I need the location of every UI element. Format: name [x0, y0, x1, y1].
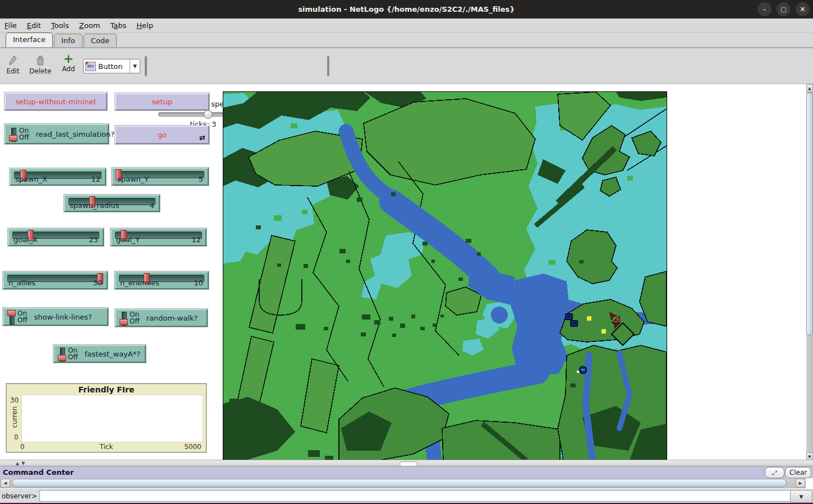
tab-bar: Interface Info Code — [0, 33, 813, 48]
chevron-down-icon[interactable]: ▼ — [130, 59, 140, 73]
menu-item-file[interactable]: File — [4, 21, 17, 30]
slider-value: 12 — [91, 175, 100, 183]
splitter-handle[interactable] — [399, 461, 417, 466]
menu-item-zoom[interactable]: Zoom — [79, 21, 100, 30]
menu-item-edit[interactable]: Edit — [27, 21, 41, 30]
switch-label: fastest_wayA*? — [85, 350, 140, 358]
n-allies-slider[interactable]: n_allies30 — [3, 271, 108, 289]
slider-label: goal_X — [13, 235, 38, 244]
show-link-lines-switch[interactable]: OnOff show-link-lines? — [3, 308, 108, 326]
slider-label: n_allies — [8, 279, 35, 287]
slider-value: 10 — [194, 279, 203, 287]
clear-button[interactable]: Clear — [785, 467, 811, 478]
splitter-arrows-icon[interactable]: ▲▼ — [16, 461, 27, 466]
plot-area — [21, 395, 203, 442]
button-label: setup-without-mininet — [15, 98, 96, 106]
minimize-button[interactable]: – — [757, 2, 771, 16]
edit-tool[interactable]: Edit — [4, 55, 21, 75]
spawn-x-slider[interactable]: spawn_X12 — [10, 168, 106, 186]
switch-label: random-walk? — [146, 314, 198, 322]
goal-x-slider[interactable]: goal_X23 — [8, 228, 104, 246]
scroll-up-icon[interactable]: ▲ — [806, 84, 813, 93]
slider-value: 5 — [199, 175, 203, 183]
forever-icon: ⇄ — [199, 133, 205, 142]
switch-lever[interactable] — [7, 310, 16, 324]
marker[interactable] — [587, 316, 591, 321]
world-map — [223, 92, 667, 460]
abc-widget-icon: abc — [85, 62, 96, 71]
goal-y-slider[interactable]: goal_Y12 — [111, 228, 206, 246]
close-button[interactable]: ✕ — [796, 2, 810, 16]
maximize-button[interactable]: ▢ — [777, 2, 791, 16]
plot-x-axis-label: Tick — [7, 443, 206, 451]
setup-button[interactable]: setup — [115, 93, 209, 110]
menu-bar: FileEditToolsZoomTabsHelp — [0, 19, 813, 33]
menu-item-tools[interactable]: Tools — [51, 21, 69, 30]
netlogo-window: simulation - NetLogo {/home/enzo/S2C2/./… — [0, 0, 813, 504]
expand-icon[interactable]: ⤢ — [765, 467, 784, 478]
slider-label: spawn_radius — [70, 201, 120, 210]
observer-row: observer> — [0, 489, 813, 503]
widget-type-dropdown[interactable]: abc Button ▼ — [83, 59, 140, 73]
menu-item-help[interactable]: Help — [136, 21, 153, 30]
go-button[interactable]: go ⇄ — [115, 126, 209, 144]
switch-label: read_last_simulation? — [36, 130, 114, 138]
random-walk-switch[interactable]: OnOff random-walk? — [115, 309, 208, 327]
widget-type-value: Button — [98, 62, 123, 71]
plot-y-axis-label: curren — [11, 400, 19, 434]
button-label: setup — [152, 98, 172, 106]
horizontal-scrollbar[interactable] — [0, 478, 806, 488]
vertical-scrollbar[interactable] — [806, 84, 813, 461]
switch-lever[interactable] — [9, 127, 17, 141]
marker[interactable] — [601, 329, 606, 334]
fastest-way-astar-switch[interactable]: OnOff fastest_wayA*? — [53, 345, 146, 363]
menu-item-tabs[interactable]: Tabs — [110, 21, 126, 30]
tab-interface[interactable]: Interface — [6, 33, 53, 47]
slider-label: goal_Y — [116, 235, 140, 244]
off-label: Off — [17, 317, 27, 323]
tab-code[interactable]: Code — [84, 34, 117, 47]
history-dropdown-icon[interactable]: ▼ — [790, 490, 812, 503]
command-center-title: Command Center — [0, 468, 74, 477]
pencil-icon — [8, 55, 18, 66]
slider-value: 4 — [150, 201, 154, 210]
plot-y-min: 0 — [14, 433, 19, 441]
add-label: Add — [62, 65, 75, 73]
off-label: Off — [130, 318, 140, 325]
splitter-bar[interactable]: ▲▼ — [0, 460, 813, 466]
slider-value: 30 — [93, 279, 102, 287]
add-tool[interactable]: + Add — [59, 54, 78, 73]
spawn-radius-slider[interactable]: spawn_radius4 — [64, 195, 160, 212]
ally-tank[interactable] — [566, 314, 572, 320]
n-enemies-slider[interactable]: n_enemies10 — [114, 271, 209, 289]
toolbar-separator — [327, 56, 329, 76]
tab-info[interactable]: Info — [54, 34, 82, 47]
slider-label: n_enemies — [120, 279, 159, 287]
speed-slider-thumb[interactable] — [204, 110, 213, 119]
slider-value: 12 — [191, 235, 201, 244]
friendly-fire-plot: Friendly FIre 30 0 curren 0 Tick 5000 — [6, 383, 206, 452]
plus-icon: + — [59, 54, 78, 64]
spawn-y-slider[interactable]: spawn_Y5 — [112, 168, 209, 186]
setup-without-mininet-button[interactable]: setup-without-mininet — [4, 93, 107, 110]
plot-x-max: 5000 — [184, 443, 201, 451]
horizontal-scrollbar-thumb[interactable] — [12, 479, 787, 487]
switch-lever[interactable] — [120, 311, 128, 325]
title-bar[interactable]: simulation - NetLogo {/home/enzo/S2C2/./… — [0, 0, 813, 19]
off-label: Off — [19, 134, 29, 141]
delete-tool[interactable]: Delete — [27, 55, 54, 75]
switch-lever[interactable] — [58, 347, 66, 361]
read-last-simulation-switch[interactable]: OnOff read_last_simulation? — [4, 124, 109, 144]
scroll-left-icon[interactable]: ◀ — [1, 479, 10, 488]
world-view[interactable] — [223, 91, 667, 461]
slider-label: spawn_X — [15, 175, 47, 183]
ally-tank[interactable] — [571, 321, 577, 326]
toolbar: Edit Delete + Add abc Button ▼ normal sp… — [0, 48, 813, 84]
command-input[interactable] — [39, 490, 793, 502]
toolbar-separator — [145, 56, 147, 76]
command-center-header: Command Center ⤢ Clear — [0, 466, 813, 478]
scroll-right-icon[interactable]: ▶ — [796, 479, 805, 488]
vertical-scrollbar-thumb[interactable] — [806, 93, 813, 335]
delete-label: Delete — [29, 67, 51, 75]
observer-prompt: observer> — [0, 492, 39, 500]
